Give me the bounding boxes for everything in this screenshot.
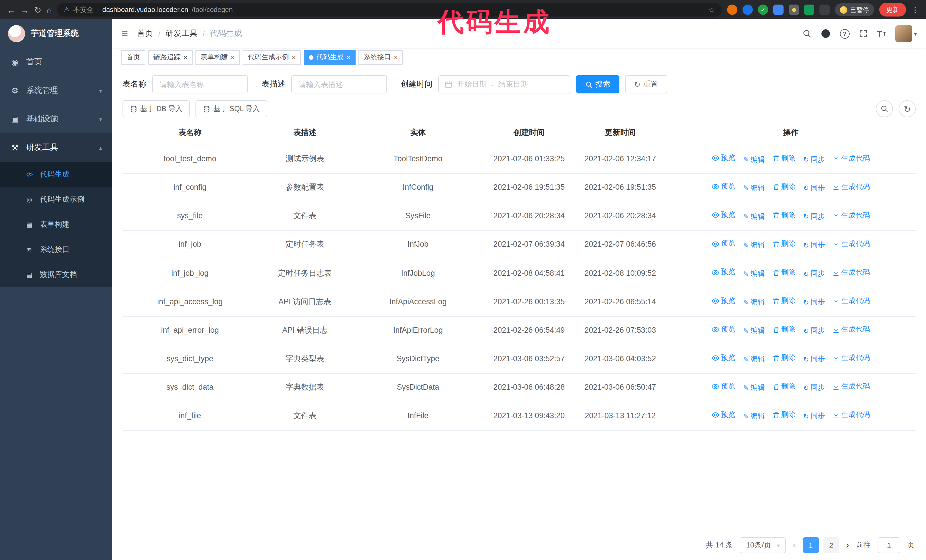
preview-link[interactable]: 预览 xyxy=(712,152,735,164)
forward-icon[interactable]: → xyxy=(21,5,29,14)
sync-link[interactable]: ↻ 同步 xyxy=(803,268,825,279)
edit-link[interactable]: ✎ 编辑 xyxy=(743,354,765,365)
delete-link[interactable]: 删除 xyxy=(772,410,795,421)
help-icon[interactable]: ? xyxy=(840,29,849,38)
tab-codegen[interactable]: 代码生成 × xyxy=(304,50,356,65)
extension-icon-3[interactable] xyxy=(758,5,768,15)
prev-page-button[interactable]: ‹ xyxy=(793,540,796,550)
preview-link[interactable]: 预览 xyxy=(712,210,735,221)
tab-api[interactable]: 系统接口 × xyxy=(359,50,403,65)
reset-button[interactable]: ↻ 重置 xyxy=(625,75,667,94)
sidebar-item-infra[interactable]: ▣ 基础设施 ▾ xyxy=(0,105,112,133)
sidebar-item-codegen-demo[interactable]: ◎ 代码生成示例 xyxy=(0,187,112,212)
table-row[interactable]: sys_file 文件表 SysFile 2021-02-06 20:28:34… xyxy=(123,202,916,231)
sidebar-item-system[interactable]: ⚙ 系统管理 ▾ xyxy=(0,76,112,105)
tab-codegen-demo[interactable]: 代码生成示例 × xyxy=(243,50,301,65)
font-size-icon[interactable] xyxy=(877,29,886,38)
generate-code-link[interactable]: 生成代码 xyxy=(833,153,870,164)
sync-link[interactable]: ↻ 同步 xyxy=(803,411,825,422)
preview-link[interactable]: 预览 xyxy=(712,353,735,364)
edit-link[interactable]: ✎ 编辑 xyxy=(743,268,765,279)
edit-link[interactable]: ✎ 编辑 xyxy=(743,154,765,165)
chrome-menu-icon[interactable]: ⋮ xyxy=(911,5,919,14)
sidebar-item-codegen[interactable]: </> 代码生成 xyxy=(0,162,112,187)
chrome-update-button[interactable]: 更新 xyxy=(879,3,906,17)
generate-code-link[interactable]: 生成代码 xyxy=(833,239,870,250)
generate-code-link[interactable]: 生成代码 xyxy=(833,181,870,193)
edit-link[interactable]: ✎ 编辑 xyxy=(743,183,765,194)
table-row[interactable]: inf_config 参数配置表 InfConfig 2021-02-06 19… xyxy=(123,174,916,202)
table-row[interactable]: sys_dict_type 字典类型表 SysDictType 2021-03-… xyxy=(123,345,916,373)
sync-link[interactable]: ↻ 同步 xyxy=(803,240,825,251)
home-icon[interactable]: ⌂ xyxy=(47,5,51,14)
paused-extension-badge[interactable]: 已暂停 xyxy=(835,3,874,16)
user-avatar[interactable]: ▾ xyxy=(895,25,917,42)
table-row[interactable]: inf_api_access_log API 访问日志表 InfApiAcces… xyxy=(123,288,916,316)
table-row[interactable]: inf_api_error_log API 错误日志 InfApiErrorLo… xyxy=(123,316,916,345)
extension-icon-7[interactable] xyxy=(819,5,830,15)
preview-link[interactable]: 预览 xyxy=(712,238,735,249)
back-icon[interactable]: ← xyxy=(7,5,15,14)
import-db-button[interactable]: 基于 DB 导入 xyxy=(123,100,190,117)
edit-link[interactable]: ✎ 编辑 xyxy=(743,411,765,422)
close-icon[interactable]: × xyxy=(394,54,398,61)
close-icon[interactable]: × xyxy=(346,54,351,61)
delete-link[interactable]: 删除 xyxy=(772,239,795,250)
generate-code-link[interactable]: 生成代码 xyxy=(833,353,870,364)
delete-link[interactable]: 删除 xyxy=(772,181,795,193)
delete-link[interactable]: 删除 xyxy=(772,267,795,278)
refresh-table-button[interactable]: ↻ xyxy=(899,100,916,117)
page-button-1[interactable]: 1 xyxy=(803,537,819,553)
generate-code-link[interactable]: 生成代码 xyxy=(833,324,870,335)
sync-link[interactable]: ↻ 同步 xyxy=(803,325,825,337)
breadcrumb-devtools[interactable]: 研发工具 xyxy=(165,29,197,39)
delete-link[interactable]: 删除 xyxy=(772,210,795,221)
github-icon[interactable] xyxy=(820,29,831,39)
preview-link[interactable]: 预览 xyxy=(712,267,735,278)
logo[interactable]: 芋道管理系统 xyxy=(0,20,112,48)
delete-link[interactable]: 删除 xyxy=(772,324,795,335)
delete-link[interactable]: 删除 xyxy=(772,353,795,364)
sync-link[interactable]: ↻ 同步 xyxy=(803,211,825,222)
edit-link[interactable]: ✎ 编辑 xyxy=(743,325,765,337)
delete-link[interactable]: 删除 xyxy=(772,381,795,392)
generate-code-link[interactable]: 生成代码 xyxy=(833,410,870,421)
tab-form-builder[interactable]: 表单构建 × xyxy=(195,50,240,65)
table-row[interactable]: tool_test_demo 测试示例表 ToolTestDemo 2021-0… xyxy=(123,145,916,174)
edit-link[interactable]: ✎ 编辑 xyxy=(743,297,765,308)
date-range-picker[interactable]: 开始日期 - 结束日期 xyxy=(438,75,570,94)
edit-link[interactable]: ✎ 编辑 xyxy=(743,211,765,222)
table-desc-input[interactable] xyxy=(291,75,387,94)
toggle-search-button[interactable] xyxy=(876,100,893,117)
generate-code-link[interactable]: 生成代码 xyxy=(833,296,870,307)
table-row[interactable]: inf_job_log 定时任务日志表 InfJobLog 2021-02-08… xyxy=(123,259,916,288)
close-icon[interactable]: × xyxy=(183,54,188,61)
fullscreen-icon[interactable] xyxy=(858,29,868,38)
extension-icon-1[interactable] xyxy=(727,5,737,15)
table-row[interactable]: inf_file 文件表 InfFile 2021-03-13 09:43:20… xyxy=(123,402,916,430)
hamburger-icon[interactable]: ≡ xyxy=(121,27,128,40)
extension-icon-4[interactable] xyxy=(773,5,784,15)
close-icon[interactable]: × xyxy=(292,54,296,61)
goto-page-input[interactable] xyxy=(878,537,900,553)
generate-code-link[interactable]: 生成代码 xyxy=(833,267,870,278)
sidebar-item-form-builder[interactable]: ▦ 表单构建 xyxy=(0,212,112,237)
next-page-button[interactable]: › xyxy=(846,540,849,550)
generate-code-link[interactable]: 生成代码 xyxy=(833,210,870,221)
table-row[interactable]: sys_dict_data 字典数据表 SysDictData 2021-03-… xyxy=(123,373,916,402)
page-size-select[interactable]: 10条/页 ▾ xyxy=(740,537,786,553)
preview-link[interactable]: 预览 xyxy=(712,295,735,306)
table-name-input[interactable] xyxy=(152,75,248,94)
generate-code-link[interactable]: 生成代码 xyxy=(833,381,870,392)
reload-icon[interactable]: ↻ xyxy=(34,5,41,14)
extension-icon-6[interactable] xyxy=(804,5,814,15)
extension-icon-2[interactable] xyxy=(743,5,753,15)
sidebar-item-api[interactable]: ≋ 系统接口 xyxy=(0,237,112,262)
address-bar[interactable]: ⚠ 不安全 | dashboard.yudao.iocoder.cn/tool/… xyxy=(57,3,722,17)
preview-link[interactable]: 预览 xyxy=(712,410,735,421)
delete-link[interactable]: 删除 xyxy=(772,296,795,307)
sidebar-item-devtools[interactable]: ⚒ 研发工具 ▴ xyxy=(0,133,112,162)
sidebar-item-db-doc[interactable]: ▤ 数据库文档 xyxy=(0,262,112,287)
extension-icon-5[interactable] xyxy=(789,5,799,15)
sync-link[interactable]: ↻ 同步 xyxy=(803,383,825,394)
